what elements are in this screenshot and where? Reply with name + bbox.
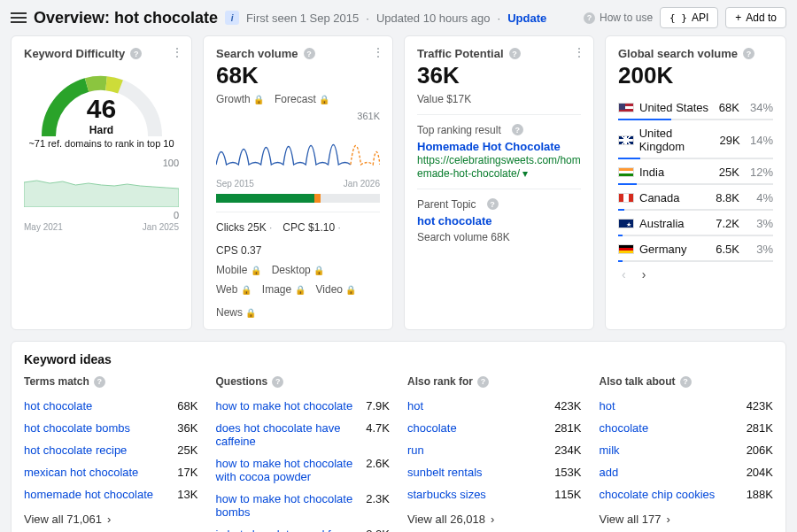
info-badge[interactable]: i xyxy=(225,11,239,25)
parent-topic-link[interactable]: hot chocolate xyxy=(417,214,492,227)
idea-row: does hot chocolate have caffeine4.7K xyxy=(216,417,391,452)
flag-icon xyxy=(618,193,634,203)
keyword-link[interactable]: add xyxy=(600,466,619,479)
country-row[interactable]: Australia7.2K3% xyxy=(618,212,773,235)
kd-label: Hard xyxy=(89,124,113,136)
keyword-link[interactable]: hot chocolate xyxy=(24,399,92,412)
question-icon: ? xyxy=(477,376,489,388)
idea-row: milk206K xyxy=(600,439,774,461)
question-icon: ? xyxy=(584,12,595,24)
tp-value: 36K xyxy=(417,62,581,89)
keyword-link[interactable]: sunbelt rentals xyxy=(407,466,483,479)
kebab-icon[interactable]: ⋮ xyxy=(372,45,383,59)
country-row[interactable]: India25K12% xyxy=(618,161,773,183)
lock-icon: 🔒 xyxy=(345,285,356,295)
idea-col-header: Questions? xyxy=(216,375,391,388)
idea-row: mexican hot chocolate17K xyxy=(24,461,198,483)
kd-note: ~71 ref. domains to rank in top 10 xyxy=(28,138,174,149)
keyword-link[interactable]: how to make hot chocolate with cocoa pow… xyxy=(216,457,367,483)
keyword-link[interactable]: chocolate xyxy=(600,421,649,435)
keyword-link[interactable]: hot xyxy=(600,399,615,412)
gsv-value: 200K xyxy=(618,62,773,89)
card-keyword-difficulty: ⋮ Keyword Difficulty? 46 Hard ~71 ref. d… xyxy=(11,35,192,330)
kebab-icon[interactable]: ⋮ xyxy=(171,45,182,59)
country-row[interactable]: Germany6.5K3% xyxy=(618,238,773,260)
keyword-link[interactable]: hot xyxy=(407,399,423,412)
update-link[interactable]: Update xyxy=(507,12,546,25)
plus-icon: + xyxy=(735,12,741,24)
idea-row: hot423K xyxy=(600,395,774,417)
first-seen-text: First seen 1 Sep 2015 xyxy=(246,12,359,25)
menu-icon[interactable] xyxy=(11,12,27,23)
idea-row: run234K xyxy=(407,439,582,461)
ideas-title: Keyword ideas xyxy=(24,352,773,366)
lock-icon: 🔒 xyxy=(295,285,306,295)
idea-row: chocolate chip cookies188K xyxy=(600,483,774,505)
idea-col-header: Also talk about? xyxy=(600,375,774,388)
card-search-volume: ⋮ Search volume? 68K Growth 🔒 Forecast 🔒… xyxy=(203,35,393,330)
question-icon: ? xyxy=(509,48,521,59)
api-button[interactable]: { }API xyxy=(660,7,718,28)
idea-row: homemade hot chocolate13K xyxy=(24,483,198,505)
sv-progress xyxy=(216,194,380,203)
sv-chart xyxy=(216,121,380,174)
card-traffic-potential: ⋮ Traffic Potential? 36K Value $17K Top … xyxy=(404,35,594,330)
country-row[interactable]: Canada8.8K4% xyxy=(618,187,773,209)
keyword-link[interactable]: how to make hot chocolate xyxy=(216,399,353,412)
idea-row: hot423K xyxy=(407,395,582,417)
idea-row: how to make hot chocolate7.9K xyxy=(216,395,391,417)
card-global-volume: Global search volume? 200K United States… xyxy=(605,35,786,330)
question-icon: ? xyxy=(130,48,142,59)
idea-row: is hot chocolate good for you2.0K xyxy=(216,523,391,532)
view-all-link[interactable]: View all 71,061› xyxy=(24,505,198,531)
flag-icon xyxy=(618,244,634,254)
top-ranking-url[interactable]: https://celebratingsweets.com/homemade-h… xyxy=(417,154,581,180)
country-row[interactable]: United States68K34% xyxy=(618,96,773,119)
top-ranking-title[interactable]: Homemade Hot Chocolate xyxy=(417,140,561,153)
kd-sparkline xyxy=(24,168,179,207)
flag-icon xyxy=(618,135,634,145)
country-row[interactable]: United Kingdom29K14% xyxy=(618,122,773,158)
keyword-link[interactable]: hot chocolate bombs xyxy=(24,421,130,435)
keyword-link[interactable]: is hot chocolate good for you xyxy=(216,528,363,532)
keyword-link[interactable]: run xyxy=(407,443,424,457)
chevron-right-icon: › xyxy=(666,513,669,526)
add-to-button[interactable]: +Add to xyxy=(725,7,786,28)
idea-row: sunbelt rentals153K xyxy=(407,461,582,483)
question-icon: ? xyxy=(304,48,315,59)
card-keyword-ideas: Keyword ideas Terms match?hot chocolate6… xyxy=(11,341,786,532)
idea-row: chocolate281K xyxy=(407,417,582,439)
flag-icon xyxy=(618,167,634,177)
chevron-left-icon: ‹ xyxy=(622,267,626,281)
keyword-link[interactable]: chocolate xyxy=(407,421,457,435)
view-all-link[interactable]: View all 177› xyxy=(600,505,774,531)
question-icon: ? xyxy=(680,376,692,388)
keyword-link[interactable]: mexican hot chocolate xyxy=(24,466,138,479)
view-all-link[interactable]: View all 26,018› xyxy=(407,505,582,531)
idea-row: hot chocolate68K xyxy=(24,395,198,417)
how-to-use-link[interactable]: ?How to use xyxy=(584,12,653,24)
lock-icon: 🔒 xyxy=(313,266,324,275)
idea-row: how to make hot chocolate with cocoa pow… xyxy=(216,452,391,488)
question-icon: ? xyxy=(94,376,105,388)
chevron-right-icon: › xyxy=(491,513,494,526)
keyword-link[interactable]: hot chocolate recipe xyxy=(24,443,127,457)
keyword-link[interactable]: homemade hot chocolate xyxy=(24,488,153,501)
flag-icon xyxy=(618,219,634,228)
keyword-link[interactable]: chocolate chip cookies xyxy=(600,488,716,501)
idea-row: chocolate281K xyxy=(600,417,774,439)
page-title: Overview: hot chocolate xyxy=(34,9,218,27)
keyword-link[interactable]: how to make hot chocolate bombs xyxy=(216,492,367,519)
kd-score: 46 xyxy=(87,94,116,124)
idea-col-header: Also rank for? xyxy=(407,375,582,388)
keyword-link[interactable]: starbucks sizes xyxy=(407,488,486,501)
chevron-right-icon[interactable]: › xyxy=(642,267,646,281)
keyword-link[interactable]: does hot chocolate have caffeine xyxy=(216,421,367,448)
idea-col-header: Terms match? xyxy=(24,375,198,388)
idea-row: hot chocolate bombs36K xyxy=(24,417,198,439)
idea-row: hot chocolate recipe25K xyxy=(24,439,198,461)
idea-row: how to make hot chocolate bombs2.3K xyxy=(216,488,391,523)
kebab-icon[interactable]: ⋮ xyxy=(573,45,584,59)
keyword-link[interactable]: milk xyxy=(600,443,620,457)
question-icon: ? xyxy=(743,48,754,59)
